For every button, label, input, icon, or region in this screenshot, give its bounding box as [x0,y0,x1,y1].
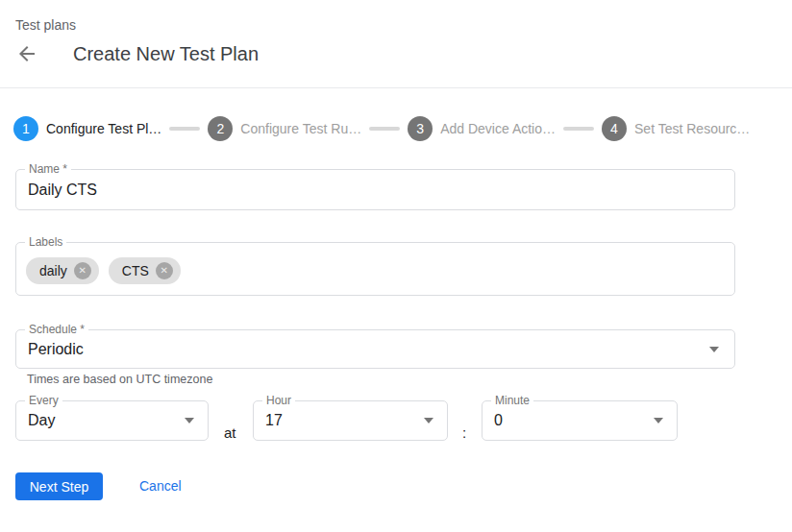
chevron-down-icon [185,418,194,423]
chevron-down-icon [654,418,663,423]
timezone-helper-text: Times are based on UTC timezone [27,373,212,386]
labels-field-label: Labels [25,235,66,249]
breadcrumb: Test plans [15,17,76,33]
back-button[interactable] [13,40,40,67]
name-field: Name * [15,169,735,210]
next-step-button[interactable]: Next Step [15,472,103,500]
stepper-connector [563,127,594,131]
minute-select[interactable]: Minute 0 [482,400,678,441]
chip-text: CTS [122,263,149,278]
label-chip-cts[interactable]: CTS ✕ [109,257,181,284]
schedule-selected-value: Periodic [28,330,702,368]
every-select[interactable]: Every Day [15,400,209,441]
label-chips-row: daily ✕ CTS ✕ [26,257,181,284]
stepper-step-set-test-resources[interactable]: 4 Set Test Resourc… [602,116,750,141]
back-arrow-icon [15,42,38,65]
at-text: at [224,424,236,441]
chevron-down-icon [709,347,719,352]
stepper-step-configure-test-plan[interactable]: 1 Configure Test Pl… [13,116,161,141]
name-input[interactable] [28,170,720,209]
schedule-select[interactable]: Schedule * Periodic [15,329,735,369]
minute-selected-value: 0 [494,401,644,440]
step-number-badge: 3 [408,116,433,141]
cancel-button[interactable]: Cancel [139,478,182,494]
label-chip-daily[interactable]: daily ✕ [26,257,99,284]
hour-selected-value: 17 [265,401,414,440]
page-title: Create New Test Plan [73,41,259,66]
chip-remove-icon[interactable]: ✕ [156,262,173,279]
labels-field[interactable]: Labels daily ✕ CTS ✕ [15,242,735,296]
stepper-step-add-device-actions[interactable]: 3 Add Device Actio… [408,116,556,141]
chip-remove-icon[interactable]: ✕ [74,262,91,279]
colon-separator: : [462,424,466,441]
step-number-badge: 4 [602,116,627,141]
stepper-connector [369,127,400,131]
header-divider [0,87,792,88]
every-selected-value: Day [28,401,175,440]
step-label: Configure Test Ru… [240,121,361,136]
hour-select[interactable]: Hour 17 [253,400,448,441]
step-number-badge: 2 [208,116,233,141]
step-label: Add Device Actio… [440,121,556,136]
create-test-plan-page: Test plans Create New Test Plan 1 Config… [0,0,792,532]
step-label: Configure Test Pl… [46,121,161,136]
chip-text: daily [39,263,67,278]
stepper: 1 Configure Test Pl… 2 Configure Test Ru… [13,116,750,141]
chevron-down-icon [424,418,433,423]
step-label: Set Test Resourc… [634,121,750,136]
name-field-label: Name * [25,162,71,176]
stepper-connector [169,127,200,131]
stepper-step-configure-test-run[interactable]: 2 Configure Test Ru… [208,116,361,141]
step-number-badge: 1 [13,116,38,141]
